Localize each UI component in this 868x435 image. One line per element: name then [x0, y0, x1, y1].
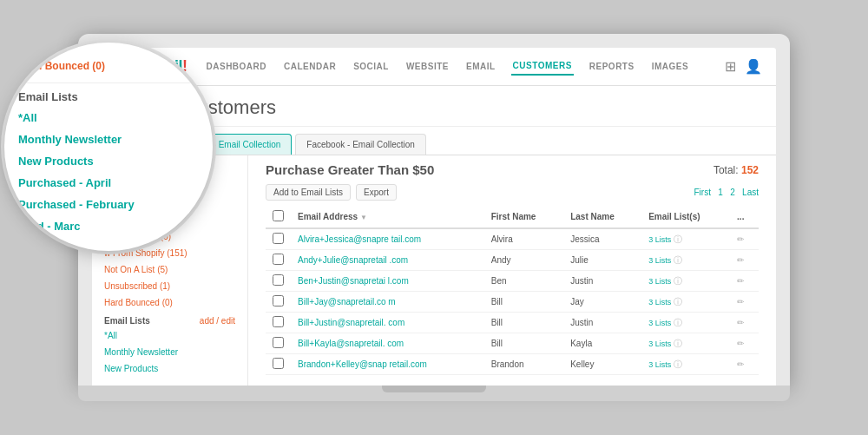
sidebar-hard-bounced[interactable]: Hard Bounced (0)	[92, 294, 247, 311]
pagination-last[interactable]: Last	[742, 188, 759, 197]
row-lists: 3 Lists ⓘ	[641, 313, 730, 333]
filter-title: Purchase Greater Than $50	[266, 162, 434, 177]
info-icon[interactable]: ⓘ	[674, 318, 682, 327]
row-first: Bill	[484, 313, 563, 333]
user-icon[interactable]: 👤	[745, 58, 762, 75]
row-lists: 3 Lists ⓘ	[641, 228, 730, 250]
row-lists: 3 Lists ⓘ	[641, 292, 730, 313]
add-edit-link[interactable]: add / edit	[200, 316, 235, 326]
row-checkbox[interactable]	[266, 292, 291, 313]
row-select-checkbox[interactable]	[273, 316, 284, 327]
pagination: First 1 2 Last	[694, 188, 759, 197]
customers-table: Email Address ▼ First Name Last Name Ema…	[266, 206, 759, 375]
row-edit[interactable]: ✏	[730, 292, 759, 313]
row-email: Alvira+Jessica@snapre tail.com	[291, 228, 484, 250]
edit-icon[interactable]: ✏	[737, 234, 744, 244]
nav-website[interactable]: WEBSITE	[404, 58, 450, 75]
add-to-list-btn[interactable]: Add to Email Lists	[266, 184, 351, 201]
row-email: Bill+Kayla@snapretail. com	[291, 333, 484, 354]
sidebar-not-on-list[interactable]: Not On A List (5)	[92, 261, 247, 278]
info-icon[interactable]: ⓘ	[674, 339, 682, 348]
info-icon[interactable]: ⓘ	[674, 359, 682, 369]
info-icon[interactable]: ⓘ	[674, 255, 682, 265]
edit-icon[interactable]: ✏	[737, 297, 744, 306]
table-row: Brandon+Kelley@snap retail.com Brandon K…	[266, 354, 759, 375]
nav-email[interactable]: EMAIL	[464, 58, 497, 75]
nav-customers[interactable]: CUSTOMERS	[511, 57, 574, 76]
select-all-checkbox[interactable]	[273, 210, 284, 221]
mag-purchased-april[interactable]: Purchased - April	[18, 172, 199, 194]
sidebar-unsubscribed[interactable]: Unsubscribed (1)	[92, 278, 247, 294]
row-last: Justin	[563, 271, 641, 292]
table-row: Bill+Justin@snapretail. com Bill Justin …	[266, 313, 759, 333]
row-edit[interactable]: ✏	[730, 250, 759, 271]
row-edit[interactable]: ✏	[730, 271, 759, 292]
pagination-page1[interactable]: 1	[718, 188, 723, 197]
pagination-first[interactable]: First	[694, 188, 710, 197]
row-edit[interactable]: ✏	[730, 228, 759, 250]
action-buttons: Add to Email Lists Export	[266, 184, 397, 201]
row-first: Ben	[484, 271, 563, 292]
list-new-products[interactable]: New Products	[92, 360, 247, 377]
mag-new-products[interactable]: New Products	[18, 150, 199, 172]
nav-reports[interactable]: REPORTS	[588, 58, 636, 75]
row-edit[interactable]: ✏	[730, 333, 759, 354]
list-monthly[interactable]: Monthly Newsletter	[92, 344, 247, 360]
row-select-checkbox[interactable]	[273, 337, 284, 348]
row-checkbox[interactable]	[266, 333, 291, 354]
row-checkbox[interactable]	[266, 271, 291, 292]
nav-social[interactable]: SOCIAL	[352, 58, 391, 75]
col-checkbox	[266, 206, 291, 228]
nav-right: ⊞ 👤	[725, 58, 762, 75]
row-lists: 3 Lists ⓘ	[641, 354, 730, 375]
row-last: Jay	[563, 292, 641, 313]
row-edit[interactable]: ✏	[730, 313, 759, 333]
row-last: Julie	[563, 250, 641, 271]
table-row: Bill+Jay@snapretail.co m Bill Jay 3 List…	[266, 292, 759, 313]
row-select-checkbox[interactable]	[273, 274, 284, 286]
row-edit[interactable]: ✏	[730, 354, 759, 375]
pagination-page2[interactable]: 2	[730, 188, 735, 197]
grid-icon[interactable]: ⊞	[725, 58, 736, 75]
row-checkbox[interactable]	[266, 313, 291, 333]
nav-items: DASHBOARD CALENDAR SOCIAL WEBSITE EMAIL …	[205, 57, 725, 76]
mag-monthly[interactable]: Monthly Newsletter	[18, 129, 199, 150]
table-row: Ben+Justin@snapretai l.com Ben Justin 3 …	[266, 271, 759, 292]
row-last: Justin	[563, 313, 641, 333]
nav-dashboard[interactable]: DASHBOARD	[205, 58, 269, 75]
info-icon[interactable]: ⓘ	[674, 297, 682, 306]
mag-all[interactable]: *All	[18, 107, 199, 129]
tab-facebook-email[interactable]: Facebook - Email Collection	[295, 134, 426, 155]
export-btn[interactable]: Export	[356, 184, 397, 201]
row-checkbox[interactable]	[266, 250, 291, 271]
main-panel: Purchase Greater Than $50 Total: 152 Add…	[248, 155, 776, 386]
mag-purchased-february[interactable]: Purchased - February	[18, 194, 199, 215]
row-select-checkbox[interactable]	[273, 254, 284, 265]
row-select-checkbox[interactable]	[273, 295, 284, 306]
row-select-checkbox[interactable]	[273, 233, 284, 244]
row-checkbox[interactable]	[266, 228, 291, 250]
row-checkbox[interactable]	[266, 354, 291, 375]
row-first: Andy	[484, 250, 563, 271]
info-icon[interactable]: ⓘ	[674, 234, 682, 244]
edit-icon[interactable]: ✏	[737, 339, 744, 348]
list-all[interactable]: *All	[92, 327, 247, 344]
row-select-checkbox[interactable]	[273, 358, 284, 369]
col-actions: ...	[730, 206, 759, 228]
nav-calendar[interactable]: CALENDAR	[282, 58, 338, 75]
edit-icon[interactable]: ✏	[737, 255, 744, 265]
row-lists: 3 Lists ⓘ	[641, 271, 730, 292]
row-first: Brandon	[484, 354, 563, 375]
row-lists: 3 Lists ⓘ	[641, 333, 730, 354]
table-row: Alvira+Jessica@snapre tail.com Alvira Je…	[266, 228, 759, 250]
col-first: First Name	[484, 206, 563, 228]
customer-area: Purchase Greater Than $50 Total: 152 Add…	[248, 155, 776, 386]
edit-icon[interactable]: ✏	[737, 276, 744, 286]
row-email: Bill+Justin@snapretail. com	[291, 313, 484, 333]
nav-images[interactable]: IMAGES	[650, 58, 690, 75]
edit-icon[interactable]: ✏	[737, 318, 744, 327]
edit-icon[interactable]: ✏	[737, 359, 744, 369]
info-icon[interactable]: ⓘ	[674, 276, 682, 286]
magnifier-overlay: Hard Bounced (0) Email Lists *All Monthl…	[4, 43, 213, 251]
top-nav: SnapRetail! DASHBOARD CALENDAR SOCIAL WE…	[92, 48, 776, 86]
